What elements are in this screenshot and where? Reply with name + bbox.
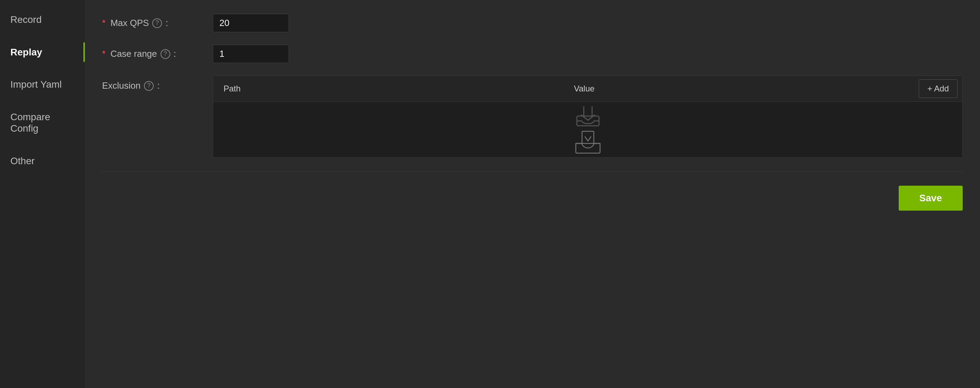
sidebar: Record Replay Import Yaml Compare Config… (0, 0, 85, 388)
sidebar-item-replay[interactable]: Replay (0, 36, 85, 69)
sidebar-item-record[interactable]: Record (0, 3, 85, 36)
sidebar-item-compare-config[interactable]: Compare Config (0, 101, 85, 145)
case-range-row: * Case range ? : (102, 45, 963, 63)
table-col-value: Value (563, 78, 913, 100)
exclusion-section: Exclusion ? : Path Value + Add (102, 75, 963, 158)
inbox-svg-icon (574, 104, 602, 128)
max-qps-help-icon[interactable]: ? (152, 18, 162, 28)
main-content: * Max QPS ? : * Case range ? : Exclusion… (85, 0, 980, 388)
sidebar-item-import-yaml[interactable]: Import Yaml (0, 68, 85, 101)
exclusion-table-header: Path Value + Add (213, 76, 963, 102)
max-qps-label: * Max QPS ? : (102, 18, 213, 29)
exclusion-table-empty (213, 102, 963, 157)
save-area: Save (102, 172, 963, 225)
case-range-input[interactable] (213, 45, 289, 63)
max-qps-input[interactable] (213, 14, 289, 32)
exclusion-help-icon[interactable]: ? (144, 81, 154, 91)
table-col-path: Path (213, 78, 563, 100)
empty-inbox-icon (572, 104, 603, 156)
required-star-qps: * (102, 18, 105, 29)
save-button[interactable]: Save (899, 186, 963, 211)
form-section: * Max QPS ? : * Case range ? : Exclusion… (102, 14, 963, 172)
exclusion-label: Exclusion ? : (102, 75, 213, 91)
inbox-icon-svg (572, 128, 603, 156)
case-range-help-icon[interactable]: ? (161, 49, 170, 59)
exclusion-table: Path Value + Add (213, 75, 963, 158)
add-exclusion-button[interactable]: + Add (919, 79, 958, 98)
required-star-case: * (102, 48, 105, 59)
case-range-label: * Case range ? : (102, 48, 213, 59)
sidebar-item-other[interactable]: Other (0, 145, 85, 177)
max-qps-row: * Max QPS ? : (102, 14, 963, 32)
